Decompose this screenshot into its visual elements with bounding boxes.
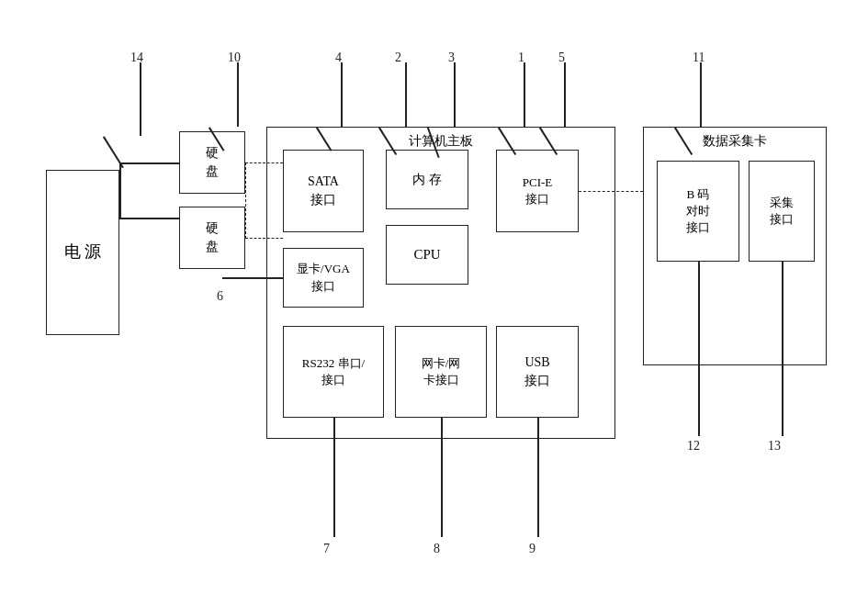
label-10: 10 bbox=[228, 50, 241, 65]
line-4 bbox=[341, 62, 343, 127]
line-1 bbox=[524, 62, 525, 127]
b-code-box: B 码对时接口 bbox=[657, 161, 739, 262]
line-collect-down bbox=[782, 262, 783, 436]
dashed-line-hd1 bbox=[245, 162, 283, 164]
sata-label: SATA接口 bbox=[308, 173, 339, 208]
pcie-box: PCI-E接口 bbox=[496, 150, 579, 232]
display-vga-box: 显卡/VGA接口 bbox=[283, 248, 364, 308]
line-power-hd bbox=[119, 218, 179, 219]
line-6-h bbox=[222, 277, 283, 279]
hard-disk-1-box: 硬盘 bbox=[179, 131, 245, 194]
rs232-box: RS232 串口/接口 bbox=[283, 326, 384, 418]
label-14: 14 bbox=[130, 50, 143, 65]
rs232-label: RS232 串口/接口 bbox=[302, 355, 365, 388]
usb-label: USB接口 bbox=[524, 353, 550, 389]
line-5 bbox=[564, 62, 566, 127]
memory-box: 内 存 bbox=[386, 150, 468, 209]
hard-disk-2-box: 硬盘 bbox=[179, 207, 245, 269]
label-13: 13 bbox=[768, 439, 781, 454]
line-rs232-down bbox=[333, 418, 335, 537]
pcie-label: PCI-E接口 bbox=[523, 174, 553, 207]
usb-box: USB接口 bbox=[496, 326, 579, 418]
line-14 bbox=[140, 62, 141, 136]
line-network-down bbox=[441, 418, 443, 537]
diag-14 bbox=[103, 136, 123, 168]
dashed-line-pcie bbox=[579, 191, 643, 193]
b-code-label: B 码对时接口 bbox=[686, 186, 710, 237]
line-hd-v bbox=[119, 162, 121, 218]
label-2: 2 bbox=[395, 50, 401, 65]
hard-disk-1-label: 硬盘 bbox=[206, 144, 219, 180]
dashed-line-hd2 bbox=[245, 238, 283, 240]
line-usb-down bbox=[537, 418, 539, 537]
line-10 bbox=[237, 62, 239, 127]
power-supply-box: 电 源 bbox=[46, 170, 119, 335]
line-hd1-connect bbox=[119, 162, 179, 164]
line-bcode-down bbox=[698, 262, 700, 436]
label-6: 6 bbox=[217, 289, 223, 304]
motherboard-label: 计算机主板 bbox=[409, 132, 473, 151]
label-9: 9 bbox=[529, 542, 535, 556]
memory-label: 内 存 bbox=[412, 171, 442, 189]
collect-label: 采集接口 bbox=[770, 195, 794, 228]
network-box: 网卡/网卡接口 bbox=[395, 326, 487, 418]
cpu-box: CPU bbox=[386, 225, 468, 285]
label-7: 7 bbox=[323, 542, 330, 556]
cpu-label: CPU bbox=[413, 245, 440, 264]
label-12: 12 bbox=[687, 439, 700, 454]
power-supply-label: 电 源 bbox=[64, 241, 102, 263]
hard-disk-2-label: 硬盘 bbox=[206, 219, 219, 255]
dashed-line-v bbox=[245, 162, 247, 239]
diagram: 14 10 4 2 3 1 5 11 电 源 硬盘 硬盘 计算机主板 SATA接… bbox=[0, 0, 868, 605]
collect-box: 采集接口 bbox=[749, 161, 815, 262]
display-vga-label: 显卡/VGA接口 bbox=[297, 261, 350, 294]
sata-box: SATA接口 bbox=[283, 150, 364, 232]
label-11: 11 bbox=[693, 50, 705, 65]
daq-card-label: 数据采集卡 bbox=[703, 132, 767, 151]
line-11 bbox=[700, 62, 702, 127]
label-8: 8 bbox=[434, 542, 440, 556]
network-label: 网卡/网卡接口 bbox=[422, 355, 461, 388]
